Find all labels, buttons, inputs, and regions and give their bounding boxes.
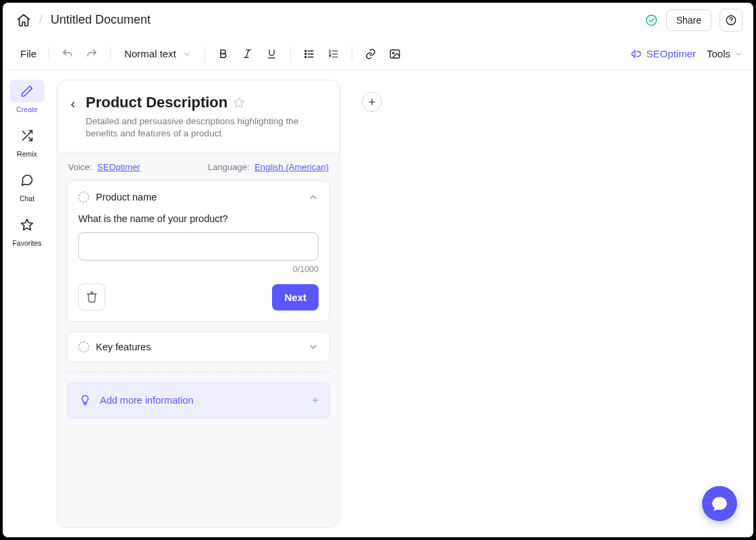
key-features-card[interactable]: Key features [67,331,330,362]
section-divider [67,372,330,373]
pencil-icon [20,84,34,98]
redo-button[interactable] [82,44,102,64]
help-button[interactable] [720,9,742,32]
editor-area[interactable] [340,70,753,537]
key-features-title: Key features [96,342,301,352]
lightbulb-icon [79,394,91,406]
language-value[interactable]: English (American) [254,162,329,172]
text-style-dropdown[interactable]: Normal text [119,48,196,59]
chat-fab[interactable] [702,486,737,521]
product-name-title: Product name [96,192,301,202]
rail-item-create[interactable]: Create [9,80,45,113]
tools-label: Tools [707,48,730,59]
progress-circle-icon [78,342,89,352]
rail-item-favorites[interactable]: Favorites [9,213,45,247]
document-title[interactable]: Untitled Document [51,13,151,27]
add-more-info-label: Add more information [100,395,304,406]
rail-label: Favorites [12,239,41,247]
rail-item-remix[interactable]: Remix [9,124,45,158]
bold-button[interactable] [213,44,234,64]
progress-circle-icon [78,192,89,202]
svg-point-17 [392,52,394,53]
svg-point-8 [305,53,306,55]
char-counter: 0/1000 [78,265,319,274]
next-button[interactable]: Next [272,284,319,310]
megaphone-icon [630,48,643,60]
seoptimer-link[interactable]: SEOptimer [630,48,696,60]
plus-icon [310,396,320,405]
svg-marker-19 [234,98,244,107]
product-name-input[interactable] [78,232,319,261]
svg-point-7 [305,50,306,51]
panel-title: Product Description [86,94,227,111]
product-name-prompt: What is the name of your product? [78,213,319,224]
numbered-list-button[interactable] [323,44,344,64]
share-button[interactable]: Share [666,9,711,31]
breadcrumb-separator: / [39,13,43,27]
language-label: Language: [208,162,249,172]
italic-button[interactable] [238,44,258,64]
plus-icon [367,97,377,107]
add-block-button[interactable] [362,92,382,112]
voice-value[interactable]: SEOptimer [97,162,140,172]
create-panel: Product Description Detailed and persuas… [57,80,340,528]
delete-button[interactable] [78,284,105,310]
svg-line-5 [246,50,249,57]
svg-rect-16 [390,50,400,58]
trash-icon [86,291,98,303]
product-name-card: Product name What is the name of your pr… [67,180,330,322]
svg-point-9 [305,56,306,57]
seoptimer-label: SEOptimer [647,48,696,59]
back-button[interactable] [65,95,80,114]
chat-bubble-icon [711,495,728,512]
chevron-down-icon [308,342,319,352]
image-button[interactable] [385,44,405,64]
underline-button[interactable] [262,44,282,64]
panel-subtitle: Detailed and persuasive descriptions hig… [86,115,326,140]
shuffle-icon [20,129,34,142]
rail-label: Remix [17,150,37,158]
link-button[interactable] [360,44,381,64]
product-name-header[interactable]: Product name [78,192,319,202]
svg-point-2 [730,22,731,23]
tools-menu[interactable]: Tools [707,48,742,59]
text-style-label: Normal text [124,48,176,59]
add-more-info-button[interactable]: Add more information [67,382,330,418]
favorite-toggle[interactable] [233,97,245,109]
chevron-down-icon [183,50,191,58]
bullet-list-button[interactable] [299,44,319,64]
rail-label: Create [16,105,38,113]
star-icon [20,218,34,232]
chevron-down-icon [734,50,742,58]
status-check-icon [645,14,658,27]
voice-label: Voice: [68,162,92,172]
undo-button[interactable] [57,44,78,64]
rail-label: Chat [20,194,34,202]
file-menu[interactable]: File [16,45,40,62]
svg-point-0 [646,15,656,25]
chevron-up-icon [308,192,319,202]
chat-icon [20,173,34,187]
home-icon[interactable] [16,13,31,28]
rail-item-chat[interactable]: Chat [9,169,45,202]
svg-marker-18 [22,219,33,230]
